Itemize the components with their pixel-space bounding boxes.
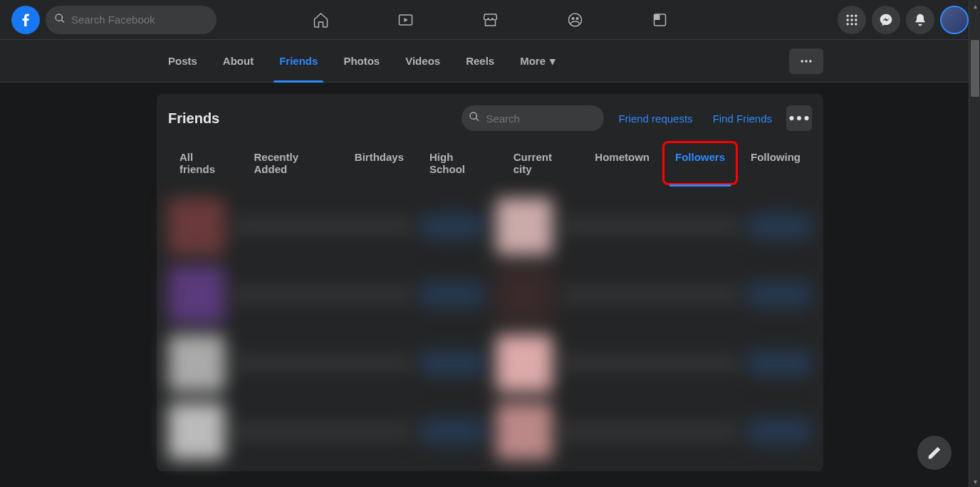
svg-point-12 — [847, 23, 849, 25]
messenger-button[interactable] — [872, 6, 900, 34]
svg-rect-5 — [654, 14, 660, 20]
profile-tab-more-label: More — [520, 55, 546, 67]
nav-watch[interactable] — [366, 3, 445, 37]
profile-tab-friends[interactable]: Friends — [268, 40, 329, 83]
list-item[interactable] — [496, 266, 812, 323]
filter-current-city[interactable]: Current city — [502, 142, 581, 184]
menu-button[interactable] — [838, 6, 866, 34]
list-item[interactable] — [168, 266, 484, 323]
facebook-logo-icon — [17, 11, 34, 28]
global-search[interactable] — [46, 6, 217, 34]
find-friends-link[interactable]: Find Friends — [707, 112, 778, 125]
scroll-thumb[interactable] — [971, 40, 979, 97]
gaming-icon — [651, 11, 668, 28]
svg-point-8 — [855, 14, 857, 16]
svg-point-17 — [809, 60, 811, 62]
profile-tab-photos[interactable]: Photos — [332, 40, 391, 83]
scrollbar[interactable]: ▴ ▾ — [969, 0, 980, 487]
compose-button[interactable] — [917, 436, 952, 470]
filter-all-friends[interactable]: All friends — [168, 142, 240, 184]
top-navigation-bar — [0, 0, 980, 40]
nav-gaming[interactable] — [620, 3, 699, 37]
topbar-left — [11, 6, 217, 34]
friend-requests-link[interactable]: Friend requests — [612, 112, 698, 125]
list-item[interactable] — [168, 403, 484, 460]
profile-tabs: Posts About Friends Photos Videos Reels … — [157, 40, 567, 83]
account-avatar[interactable] — [940, 6, 969, 34]
caret-down-icon: ▾ — [550, 55, 556, 68]
filter-followers[interactable]: Followers — [664, 142, 736, 184]
list-item[interactable] — [496, 403, 812, 460]
profile-tab-more[interactable]: More ▾ — [509, 40, 567, 83]
list-item[interactable] — [168, 198, 484, 255]
svg-point-6 — [847, 14, 849, 16]
filter-birthdays[interactable]: Birthdays — [343, 142, 415, 184]
facebook-logo[interactable] — [11, 6, 40, 34]
messenger-icon — [879, 13, 893, 27]
scroll-up-arrow[interactable]: ▴ — [969, 0, 980, 11]
bell-icon — [913, 13, 927, 27]
marketplace-icon — [481, 11, 499, 28]
svg-point-20 — [805, 116, 809, 120]
friends-filter-tabs: All friends Recently Added Birthdays Hig… — [168, 142, 812, 184]
topbar-right — [838, 6, 969, 34]
svg-point-7 — [850, 14, 853, 16]
svg-point-18 — [790, 116, 794, 120]
nav-groups[interactable] — [536, 3, 615, 37]
list-item[interactable] — [496, 335, 812, 392]
list-item[interactable] — [496, 198, 812, 255]
svg-point-3 — [575, 17, 578, 20]
profile-more-actions[interactable] — [789, 48, 823, 74]
friends-more-actions[interactable] — [786, 105, 812, 131]
grid-icon — [845, 13, 859, 27]
scroll-down-arrow[interactable]: ▾ — [969, 476, 980, 487]
global-search-input[interactable] — [71, 14, 208, 26]
friends-search-input[interactable] — [486, 112, 605, 125]
profile-tab-bar: Posts About Friends Photos Videos Reels … — [0, 40, 980, 83]
svg-point-2 — [571, 17, 574, 20]
svg-point-10 — [850, 19, 853, 21]
dots-icon — [786, 105, 812, 131]
groups-icon — [566, 11, 583, 28]
content-area: Friends Friend requests Find Friends All… — [0, 83, 980, 483]
nav-marketplace[interactable] — [451, 3, 530, 37]
svg-point-11 — [855, 19, 857, 21]
friends-list — [168, 198, 812, 460]
filter-recently-added[interactable]: Recently Added — [243, 142, 340, 184]
watch-icon — [397, 11, 414, 28]
svg-point-15 — [801, 60, 803, 62]
friends-card: Friends Friend requests Find Friends All… — [157, 94, 823, 471]
friends-search[interactable] — [462, 105, 604, 131]
list-item[interactable] — [168, 335, 484, 392]
filter-following[interactable]: Following — [739, 142, 812, 184]
topbar-center-tabs — [281, 3, 699, 37]
notifications-button[interactable] — [906, 6, 934, 34]
filter-hometown[interactable]: Hometown — [583, 142, 661, 184]
filter-high-school[interactable]: High School — [418, 142, 499, 184]
svg-point-16 — [805, 60, 807, 62]
profile-tab-videos[interactable]: Videos — [394, 40, 452, 83]
search-icon — [54, 13, 66, 27]
compose-icon — [927, 445, 942, 461]
profile-tab-posts[interactable]: Posts — [157, 40, 209, 83]
profile-tab-about[interactable]: About — [212, 40, 265, 83]
svg-point-13 — [850, 23, 853, 25]
svg-point-9 — [847, 19, 849, 21]
svg-point-19 — [797, 116, 801, 120]
dots-icon — [799, 54, 813, 68]
home-icon — [312, 11, 329, 28]
profile-tab-reels[interactable]: Reels — [454, 40, 506, 83]
friends-title: Friends — [168, 110, 219, 127]
friends-card-header: Friends Friend requests Find Friends — [168, 105, 812, 131]
search-icon — [469, 111, 480, 125]
nav-home[interactable] — [281, 3, 360, 37]
svg-point-1 — [568, 14, 581, 26]
svg-point-14 — [855, 23, 857, 25]
